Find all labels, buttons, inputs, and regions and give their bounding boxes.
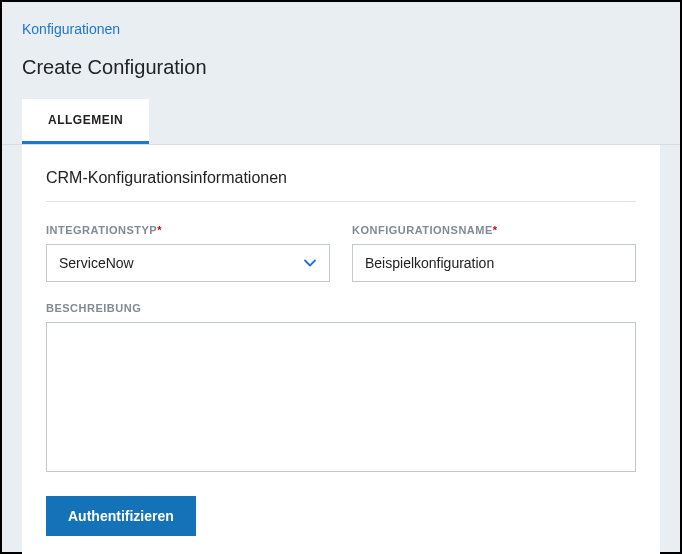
chevron-down-icon — [303, 256, 317, 270]
input-config-name[interactable] — [352, 244, 636, 282]
tab-general[interactable]: ALLGEMEIN — [22, 99, 149, 144]
app-frame: Konfigurationen Create Configuration ALL… — [2, 2, 680, 552]
label-description: BESCHREIBUNG — [46, 302, 636, 314]
section-title: CRM-Konfigurationsinformationen — [46, 169, 636, 202]
field-integration-type: INTEGRATIONSTYP* ServiceNow — [46, 224, 330, 282]
textarea-description[interactable] — [46, 322, 636, 472]
field-description: BESCHREIBUNG — [46, 302, 636, 472]
required-marker: * — [493, 224, 498, 236]
select-value-integration-type: ServiceNow — [59, 255, 303, 271]
form-panel: CRM-Konfigurationsinformationen INTEGRAT… — [22, 145, 660, 554]
label-config-name: KONFIGURATIONSNAME* — [352, 224, 636, 236]
breadcrumb: Konfigurationen — [2, 2, 680, 38]
form-row-1: INTEGRATIONSTYP* ServiceNow KONFIGURATIO… — [46, 224, 636, 282]
label-integration-type: INTEGRATIONSTYP* — [46, 224, 330, 236]
field-config-name: KONFIGURATIONSNAME* — [352, 224, 636, 282]
tab-bar: ALLGEMEIN — [2, 99, 680, 145]
breadcrumb-link-configurations[interactable]: Konfigurationen — [22, 21, 120, 37]
select-integration-type[interactable]: ServiceNow — [46, 244, 330, 282]
authenticate-button[interactable]: Authentifizieren — [46, 496, 196, 536]
required-marker: * — [157, 224, 162, 236]
page-title: Create Configuration — [2, 38, 680, 99]
